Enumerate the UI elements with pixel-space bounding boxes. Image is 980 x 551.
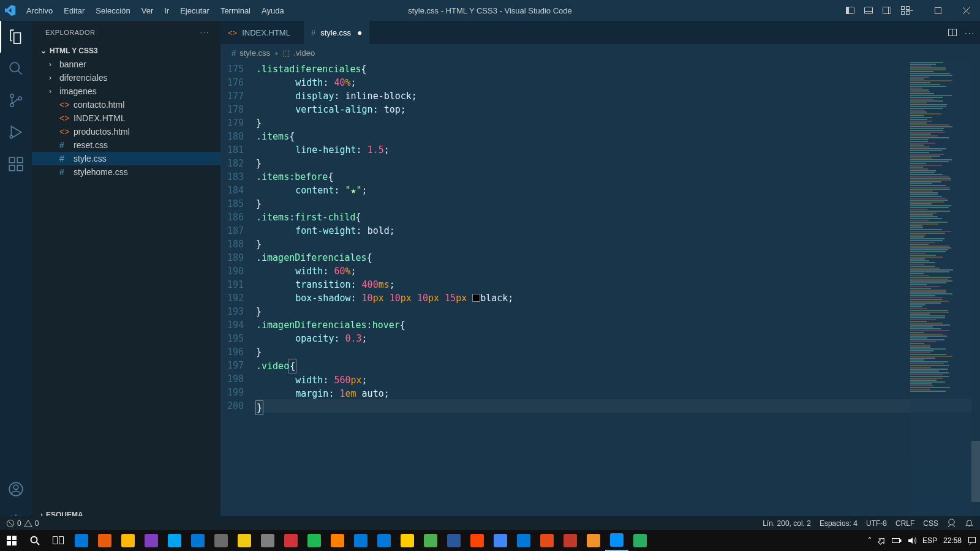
taskbar-weather-icon[interactable]: [163, 530, 186, 551]
taskbar-word-icon[interactable]: [442, 530, 466, 551]
taskbar-sublime-icon[interactable]: [582, 530, 605, 551]
taskbar-teams-icon[interactable]: [209, 530, 233, 551]
svg-rect-38: [53, 537, 58, 544]
taskbar-powerpoint-icon[interactable]: [303, 530, 326, 551]
menu-ver[interactable]: Ver: [136, 2, 159, 19]
taskbar-vscode-icon[interactable]: [605, 530, 628, 551]
dirty-indicator-icon[interactable]: ●: [356, 28, 363, 37]
taskbar-chrome-icon[interactable]: [489, 530, 512, 551]
toggle-primary-sidebar-icon[interactable]: [843, 3, 858, 18]
split-editor-icon[interactable]: [948, 28, 957, 37]
taskbar-start-icon[interactable]: [0, 530, 23, 551]
taskbar-filezilla-icon[interactable]: [559, 530, 582, 551]
svg-rect-20: [9, 157, 15, 163]
run-debug-tab[interactable]: [0, 116, 32, 148]
svg-rect-34: [7, 541, 11, 545]
menu-editar[interactable]: Editar: [58, 2, 90, 19]
svg-rect-40: [892, 539, 899, 543]
taskbar-notes-icon[interactable]: [256, 530, 279, 551]
taskbar-clock-icon[interactable]: [349, 530, 372, 551]
css-file-icon: #: [311, 28, 315, 37]
tray-volume-icon[interactable]: [908, 536, 916, 545]
accounts-icon[interactable]: [0, 473, 32, 505]
more-actions-icon[interactable]: ···: [965, 28, 975, 37]
taskbar-spotify-icon[interactable]: [326, 530, 349, 551]
taskbar-task-view-icon[interactable]: [47, 530, 70, 551]
taskbar-sublime2-icon[interactable]: [535, 530, 559, 551]
tray-notifications-icon[interactable]: [968, 536, 976, 545]
taskbar-search-icon[interactable]: [23, 530, 47, 551]
status-lang[interactable]: CSS: [923, 519, 938, 528]
breadcrumbs[interactable]: #style.css › ⬚.video: [221, 44, 980, 61]
menu-archivo[interactable]: Archivo: [21, 2, 58, 19]
tree-item-productos-html[interactable]: <>productos.html: [32, 125, 221, 138]
svg-line-15: [18, 70, 22, 75]
tray-location-icon[interactable]: [878, 537, 886, 545]
tree-item-contacto-html[interactable]: <>contacto.html: [32, 98, 221, 111]
toggle-secondary-sidebar-icon[interactable]: [880, 3, 894, 18]
tree-item-style-css[interactable]: #style.css: [32, 152, 221, 165]
color-swatch-icon: [472, 294, 480, 302]
menu-ayuda[interactable]: Ayuda: [256, 2, 290, 19]
taskbar-store-icon[interactable]: [93, 530, 116, 551]
taskbar-settings-icon[interactable]: [233, 530, 256, 551]
taskbar-chrome2-icon[interactable]: [419, 530, 442, 551]
status-cursor[interactable]: Lín. 200, col. 2: [763, 519, 811, 528]
tray-battery-icon[interactable]: [892, 537, 902, 544]
minimap[interactable]: [910, 61, 971, 537]
menu-selección[interactable]: Selección: [90, 2, 135, 19]
svg-rect-4: [883, 7, 891, 14]
search-tab[interactable]: [0, 53, 32, 84]
taskbar-mail-icon[interactable]: [70, 530, 93, 551]
tree-item-diferenciales[interactable]: ›diferenciales: [32, 71, 221, 84]
taskbar-brave-icon[interactable]: [466, 530, 489, 551]
status-indent[interactable]: Espacios: 4: [820, 519, 858, 528]
titlebar: ArchivoEditarSelecciónVerIrEjecutarTermi…: [0, 0, 980, 21]
more-icon[interactable]: ···: [200, 29, 209, 36]
status-eol[interactable]: CRLF: [895, 519, 914, 528]
taskbar-photos-icon[interactable]: [186, 530, 209, 551]
explorer-tab[interactable]: [0, 21, 32, 53]
status-encoding[interactable]: UTF-8: [866, 519, 887, 528]
chevron-right-icon: ›: [49, 60, 55, 69]
menu-ejecutar[interactable]: Ejecutar: [175, 2, 215, 19]
html-file-icon: <>: [59, 100, 69, 110]
tray-chevron-up-icon[interactable]: ˄: [868, 536, 872, 545]
taskbar-paint-icon[interactable]: [279, 530, 303, 551]
tab-style-css[interactable]: #style.css●: [304, 21, 370, 44]
svg-point-17: [10, 103, 13, 107]
taskbar-zoom-icon[interactable]: [140, 530, 163, 551]
extensions-tab[interactable]: [0, 148, 32, 180]
taskbar-edge-icon[interactable]: [512, 530, 535, 551]
source-control-tab[interactable]: [0, 84, 32, 116]
editor-body[interactable]: 1751761771781791801811821831841851861871…: [221, 61, 980, 537]
tree-item-reset-css[interactable]: #reset.css: [32, 138, 221, 152]
tray-lang[interactable]: ESP: [922, 536, 937, 545]
code-area[interactable]: .listadiferenciales{ width: 40%; display…: [256, 61, 980, 537]
status-feedback-icon[interactable]: [947, 519, 956, 528]
minimize-button[interactable]: [895, 0, 924, 21]
taskbar-calculator-icon[interactable]: [372, 530, 396, 551]
maximize-button[interactable]: [924, 0, 952, 21]
sidebar: EXPLORADOR ··· ⌄ HTML Y CSS3 ›banner›dif…: [32, 21, 221, 537]
status-problems[interactable]: 0 0: [6, 519, 39, 528]
tree-item-stylehome-css[interactable]: #stylehome.css: [32, 165, 221, 179]
tray-clock[interactable]: 22:58: [943, 536, 962, 545]
tree-item-banner[interactable]: ›banner: [32, 58, 221, 71]
menu-terminal[interactable]: Terminal: [215, 2, 256, 19]
css-file-icon: #: [59, 167, 69, 177]
scrollbar-vertical[interactable]: [971, 61, 980, 537]
close-button[interactable]: [952, 0, 980, 21]
taskbar-explorer-icon[interactable]: [116, 530, 140, 551]
tree-item-INDEX-HTML[interactable]: <>INDEX.HTML: [32, 111, 221, 125]
tree-item-imagenes[interactable]: ›imagenes: [32, 84, 221, 98]
window-controls: [895, 0, 980, 21]
menu-ir[interactable]: Ir: [159, 2, 175, 19]
css-file-icon: #: [59, 154, 69, 163]
taskbar-media-icon[interactable]: [396, 530, 419, 551]
status-bell-icon[interactable]: [965, 519, 974, 528]
tab-INDEX-HTML[interactable]: <>INDEX.HTML: [221, 21, 304, 44]
project-root[interactable]: ⌄ HTML Y CSS3: [32, 44, 221, 58]
toggle-panel-icon[interactable]: [861, 3, 876, 18]
taskbar-whatsapp-icon[interactable]: [628, 530, 652, 551]
